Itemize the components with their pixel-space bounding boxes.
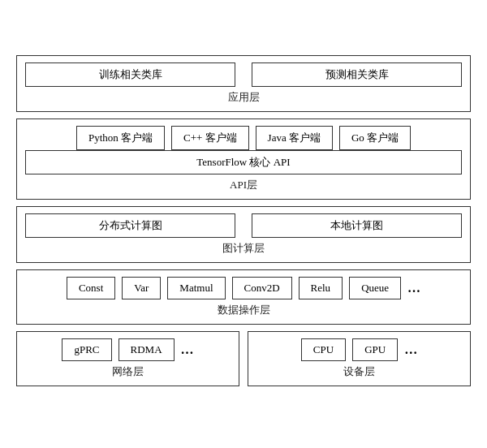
box-queue: Queue: [349, 277, 401, 299]
box-cpu: CPU: [301, 338, 346, 361]
application-layer-label: 应用层: [25, 90, 462, 105]
device-dots: …: [404, 342, 417, 357]
graph-layer: 分布式计算图 本地计算图 图计算层: [16, 206, 471, 263]
box-conv2d: Conv2D: [232, 277, 292, 299]
data-ops-dots: …: [407, 281, 420, 295]
device-boxes-row: CPU GPU …: [256, 338, 462, 361]
box-relu: Relu: [299, 277, 343, 299]
app-boxes-row: 训练相关类库 预测相关类库: [25, 62, 462, 87]
api-layer-label: API层: [25, 178, 462, 192]
box-gprc: gPRC: [62, 338, 111, 361]
graph-layer-label: 图计算层: [25, 241, 462, 256]
box-cpp-client: C++ 客户端: [171, 126, 249, 150]
box-distributed-graph: 分布式计算图: [25, 213, 235, 238]
box-gpu: GPU: [352, 338, 398, 361]
device-layer-label: 设备层: [256, 364, 462, 379]
network-dots: …: [181, 342, 194, 357]
box-var: Var: [122, 277, 161, 299]
box-java-client: Java 客户端: [256, 126, 333, 150]
architecture-diagram: 训练相关类库 预测相关类库 应用层 Python 客户端 C++ 客户端 Jav…: [16, 47, 471, 401]
api-layer: Python 客户端 C++ 客户端 Java 客户端 Go 客户端 Tenso…: [16, 118, 471, 200]
data-ops-layer: Const Var Matmul Conv2D Relu Queue … 数据操…: [16, 269, 471, 325]
box-python-client: Python 客户端: [76, 126, 165, 150]
bottom-split-row: gPRC RDMA … 网络层 CPU GPU … 设备层: [16, 331, 471, 386]
data-ops-boxes-row: Const Var Matmul Conv2D Relu Queue …: [25, 277, 462, 299]
network-layer: gPRC RDMA … 网络层: [16, 331, 239, 386]
box-training-lib: 训练相关类库: [25, 62, 235, 87]
box-rdma: RDMA: [119, 338, 175, 361]
box-go-client: Go 客户端: [339, 126, 411, 150]
box-tensorflow-core: TensorFlow 核心 API: [25, 150, 462, 174]
graph-boxes-row: 分布式计算图 本地计算图: [25, 213, 462, 238]
application-layer: 训练相关类库 预测相关类库 应用层: [16, 55, 471, 112]
network-layer-label: 网络层: [25, 364, 231, 379]
box-local-graph: 本地计算图: [252, 213, 462, 238]
box-matmul: Matmul: [167, 277, 225, 299]
device-layer: CPU GPU … 设备层: [248, 331, 471, 386]
client-boxes-row: Python 客户端 C++ 客户端 Java 客户端 Go 客户端: [25, 126, 462, 150]
network-boxes-row: gPRC RDMA …: [25, 338, 231, 361]
data-ops-layer-label: 数据操作层: [25, 303, 462, 317]
box-predict-lib: 预测相关类库: [252, 62, 462, 87]
box-const: Const: [67, 277, 115, 299]
